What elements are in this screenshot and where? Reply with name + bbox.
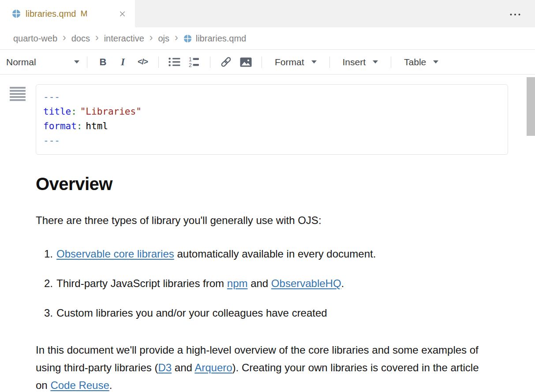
link-d3[interactable]: D3 (158, 362, 172, 373)
link-icon (220, 56, 232, 68)
table-menu[interactable]: Table (397, 57, 445, 67)
more-actions-icon[interactable] (508, 7, 523, 20)
insert-link-button[interactable] (216, 56, 236, 68)
svg-text:1: 1 (189, 56, 192, 63)
list-marker: 3. (44, 307, 53, 319)
intro-paragraph: There are three types of library you'll … (36, 212, 480, 229)
text-run: Third-party JavaScript libraries from (56, 277, 227, 289)
toolbar-divider (87, 56, 87, 68)
text-run: automatically available in every documen… (174, 248, 376, 260)
italic-icon: I (121, 56, 125, 68)
tab-bar: libraries.qmd M (0, 0, 535, 27)
bullet-list-button[interactable] (165, 57, 184, 67)
closing-paragraph: In this document we'll provide a high-le… (36, 341, 480, 392)
table-menu-label: Table (404, 57, 426, 67)
numbered-list-button[interactable]: 1 2 (184, 56, 204, 68)
chevron-right-icon: › (95, 33, 99, 43)
text-run: and (247, 277, 271, 289)
paragraph-style-value: Normal (6, 57, 36, 67)
svg-text:2: 2 (189, 62, 192, 68)
numbered-list-icon: 1 2 (189, 56, 200, 68)
breadcrumb-current-label: libraries.qmd (196, 34, 246, 44)
insert-menu[interactable]: Insert (336, 57, 385, 67)
breadcrumb: quarto-web › docs › interactive › ojs › … (0, 27, 535, 50)
format-menu-label: Format (275, 57, 304, 67)
close-icon[interactable] (118, 9, 127, 19)
tab-libraries-qmd[interactable]: libraries.qmd M (0, 0, 135, 27)
section-heading: Overview (36, 174, 508, 194)
breadcrumb-item-interactive[interactable]: interactive (104, 34, 144, 44)
breadcrumb-item-current-file[interactable]: libraries.qmd (183, 34, 246, 44)
toolbar-divider (210, 56, 210, 68)
paragraph-style-select[interactable]: Normal (6, 57, 81, 67)
chevron-right-icon: › (175, 33, 178, 43)
modified-badge: M (80, 9, 87, 19)
chevron-down-icon (74, 60, 79, 63)
bold-icon: B (100, 56, 107, 68)
format-menu[interactable]: Format (268, 57, 324, 67)
link-arquero[interactable]: Arquero (195, 362, 232, 373)
quarto-visual-editor: libraries.qmd M quarto-web › docs › inte… (0, 0, 535, 392)
link-code-reuse[interactable]: Code Reuse (50, 379, 109, 391)
formatting-toolbar: Normal B I </> 1 (0, 50, 535, 75)
code-icon: </> (138, 57, 148, 67)
list-marker: 2. (44, 277, 53, 289)
chevron-down-icon (433, 60, 438, 63)
chevron-right-icon: › (150, 33, 153, 43)
image-icon (240, 57, 252, 67)
list-item: 1.Observable core libraries automaticall… (44, 245, 508, 263)
insert-image-button[interactable] (236, 57, 256, 67)
chevron-right-icon: › (63, 33, 66, 43)
chevron-down-icon (373, 60, 378, 63)
yaml-line: --- (43, 90, 501, 105)
text-run: and (172, 362, 195, 373)
text-run: . (341, 277, 344, 289)
yaml-front-matter-block[interactable]: --- title:"Libraries" format:html --- (36, 84, 508, 155)
breadcrumb-item-docs[interactable]: docs (71, 34, 90, 44)
toolbar-divider (329, 56, 330, 68)
code-button[interactable]: </> (133, 57, 153, 67)
breadcrumb-item-ojs[interactable]: ojs (158, 34, 169, 44)
vertical-scrollbar-thumb[interactable] (527, 77, 535, 136)
text-run: Custom libraries you and/or your colleag… (56, 307, 327, 319)
bullet-list-icon (168, 57, 180, 67)
yaml-line: format:html (43, 119, 501, 134)
chevron-down-icon (311, 60, 317, 63)
document-body: --- title:"Libraries" format:html --- Ov… (0, 75, 535, 392)
tab-title: libraries.qmd (26, 9, 76, 19)
insert-menu-label: Insert (343, 57, 366, 67)
list-marker: 1. (44, 248, 53, 260)
toolbar-divider (391, 56, 391, 68)
quarto-icon (183, 34, 192, 43)
toolbar-divider (262, 56, 262, 68)
text-run: . (109, 379, 112, 391)
bold-button[interactable]: B (93, 56, 113, 68)
link-observablehq[interactable]: ObservableHQ (271, 277, 341, 289)
link-npm[interactable]: npm (227, 277, 248, 289)
quarto-icon (12, 9, 21, 18)
list-item: 3.Custom libraries you and/or your colle… (44, 304, 508, 322)
italic-button[interactable]: I (113, 56, 133, 68)
breadcrumb-item-quarto-web[interactable]: quarto-web (13, 34, 57, 44)
link-observable-core-libraries[interactable]: Observable core libraries (56, 248, 174, 260)
library-types-list: 1.Observable core libraries automaticall… (36, 245, 508, 322)
yaml-line: title:"Libraries" (43, 105, 501, 119)
yaml-line: --- (43, 134, 501, 148)
tab-bar-empty-space (135, 0, 508, 27)
list-item: 2.Third-party JavaScript libraries from … (44, 275, 508, 292)
block-drag-handle-icon[interactable] (9, 86, 26, 102)
toolbar-divider (158, 56, 159, 68)
